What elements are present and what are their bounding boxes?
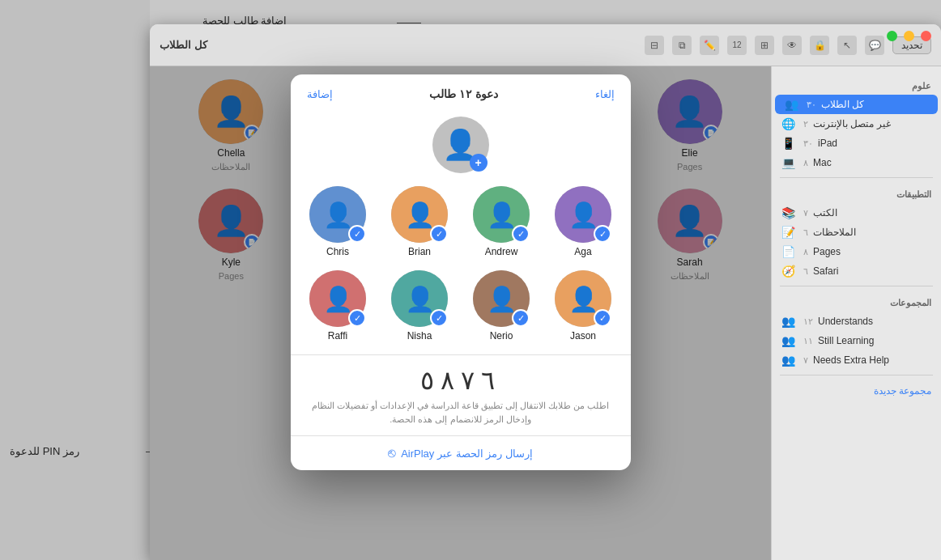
modal-student-name: Nisha <box>407 330 432 342</box>
sidebar-item-mac[interactable]: Mac ٨ 💻 <box>772 153 941 172</box>
modal-title: دعوة ١٢ طالب <box>429 87 498 100</box>
modal-student[interactable]: 👤 ✓ Chris <box>304 186 373 257</box>
traffic-light-green[interactable] <box>887 31 897 41</box>
modal-check-icon: ✓ <box>348 309 366 327</box>
pin-number: ٥٨٧٦ <box>307 365 615 396</box>
modal-overlay: إلغاء دعوة ١٢ طالب إضافة 👤 + 👤 ✓ <box>150 66 771 560</box>
new-group-button[interactable]: مجموعة جديدة <box>772 380 941 401</box>
eye-icon[interactable]: 👁 <box>782 36 802 55</box>
modal-student-avatar: 👤 ✓ <box>555 186 611 243</box>
airplay-label: إرسال رمز الحصة عبر AirPlay <box>401 448 533 460</box>
airplay-button[interactable]: ⎋ إرسال رمز الحصة عبر AirPlay <box>291 435 631 470</box>
sidebar-item-notes-count: ٦ <box>803 227 808 238</box>
sidebar-item-mac-count: ٨ <box>803 158 808 168</box>
sidebar-item-offline-count: ٢ <box>803 119 808 129</box>
modal-student[interactable]: 👤 ✓ Brian <box>385 186 454 257</box>
sidebar-divider-2 <box>780 286 933 286</box>
cursor-icon[interactable]: ↖ <box>837 36 857 55</box>
modal-student-name: Jason <box>570 330 596 342</box>
modal-student[interactable]: 👤 ✓ Jason <box>549 270 618 342</box>
notes-icon: 📝 <box>781 226 795 239</box>
mac-icon: 💻 <box>781 156 795 169</box>
annotation-pin-text: رمز PIN للدعوة <box>10 445 79 457</box>
toolbar-title: كل الطلاب <box>160 39 207 51</box>
modal-check-icon: ✓ <box>430 225 448 243</box>
modal-student-avatar: 👤 ✓ <box>309 186 366 243</box>
modal-student-avatar: 👤 ✓ <box>473 270 530 327</box>
sidebar-item-still-learning[interactable]: Still Learning ١١ 👥 <box>772 331 941 350</box>
modal-check-icon: ✓ <box>594 225 611 243</box>
all-students-icon: 👥 <box>785 98 798 111</box>
sidebar-item-ipad-label: iPad <box>818 138 837 149</box>
modal-student-avatar: 👤 ✓ <box>555 270 611 327</box>
modal-student[interactable]: 👤 ✓ Andrew <box>467 186 536 257</box>
compose-icon[interactable]: ✏️ <box>700 36 719 55</box>
sidebar-item-safari-count: ٦ <box>803 266 808 277</box>
modal-student[interactable]: 👤 ✓ Raffi <box>304 270 373 342</box>
modal-check-icon: ✓ <box>594 309 611 327</box>
modal-student-name: Andrew <box>485 246 518 257</box>
sidebar-item-notes-label: الملاحظات <box>813 227 856 238</box>
modal-check-icon: ✓ <box>512 225 530 243</box>
main-window: تحديد 💬 ↖ 🔒 👁 ⊞ 12 ✏️ ⧉ ⊟ كل الطلاب 👤 📝 … <box>150 24 941 560</box>
modal-cancel-button[interactable]: إلغاء <box>595 88 615 100</box>
modal-student[interactable]: 👤 ✓ Aga <box>549 186 618 257</box>
sidebar-item-notes[interactable]: الملاحظات ٦ 📝 <box>772 223 941 242</box>
sidebar-item-needs-help-label: Needs Extra Help <box>813 354 889 366</box>
sidebar-item-still-learning-count: ١١ <box>803 336 813 346</box>
modal-student-avatar: 👤 ✓ <box>391 270 448 327</box>
sidebar-item-mac-label: Mac <box>813 157 832 168</box>
sidebar-item-needs-help-count: ٧ <box>803 355 808 366</box>
invite-modal: إلغاء دعوة ١٢ طالب إضافة 👤 + 👤 ✓ <box>291 74 631 470</box>
modal-student-avatar: 👤 ✓ <box>309 270 366 327</box>
sidebar-item-offline[interactable]: غير متصل بالإنترنت ٢ 🌐 <box>772 114 941 134</box>
modal-students-grid: 👤 ✓ Chris 👤 ✓ Brian 👤 ✓ Andrew 👤 ✓ Aga <box>291 186 631 354</box>
pin-description: اطلب من طلابك الانتقال إلى تطبيق قاعة ال… <box>307 399 615 426</box>
modal-check-icon: ✓ <box>512 309 530 327</box>
right-sidebar: علوم كل الطلاب ٣٠ 👥 غير متصل بالإنترنت ٢… <box>771 66 941 560</box>
badge12-icon[interactable]: 12 <box>727 36 747 55</box>
sidebar-item-safari[interactable]: Safari ٦ 🧭 <box>772 261 941 281</box>
annotation-line-add <box>397 23 421 23</box>
sidebar-item-needs-help[interactable]: Needs Extra Help ٧ 👥 <box>772 350 941 370</box>
airplay-icon: ⎋ <box>388 446 396 460</box>
traffic-light-yellow[interactable] <box>904 31 914 41</box>
safari-icon: 🧭 <box>781 265 795 278</box>
annotation-pin: رمز PIN للدعوة <box>10 445 79 457</box>
sidebar-item-understands-count: ١٢ <box>803 316 813 327</box>
message-icon[interactable]: 💬 <box>865 36 884 55</box>
modal-avatar-icon: 👤 + <box>432 117 489 173</box>
sidebar-item-pages[interactable]: Pages ٨ 📄 <box>772 242 941 261</box>
modal-student[interactable]: 👤 ✓ Nerio <box>467 270 536 342</box>
pages-icon: 📄 <box>781 245 795 258</box>
modal-student-name: Aga <box>574 246 591 257</box>
modal-check-icon: ✓ <box>348 225 366 243</box>
sidebar-item-books[interactable]: الكتب ٧ 📚 <box>772 203 941 223</box>
modal-student[interactable]: 👤 ✓ Nisha <box>385 270 454 342</box>
modal-student-avatar: 👤 ✓ <box>473 186 530 243</box>
sidebar-item-understands[interactable]: Understands ١٢ 👥 <box>772 312 941 331</box>
grid2-icon[interactable]: ⊞ <box>755 36 774 55</box>
modal-pin-area: ٥٨٧٦ اطلب من طلابك الانتقال إلى تطبيق قا… <box>291 354 631 435</box>
needs-help-icon: 👥 <box>781 354 795 367</box>
lock-icon[interactable]: 🔒 <box>810 36 829 55</box>
traffic-lights <box>887 31 931 41</box>
modal-student-avatar: 👤 ✓ <box>391 186 448 243</box>
ipad-icon: 📱 <box>781 137 795 150</box>
sidebar-item-all-students[interactable]: كل الطلاب ٣٠ 👥 <box>775 95 938 114</box>
sidebar-item-ipad[interactable]: iPad ٣٠ 📱 <box>772 134 941 153</box>
sidebar-item-all-students-count: ٣٠ <box>807 100 816 110</box>
understands-icon: 👥 <box>781 315 795 328</box>
modal-student-name: Nerio <box>490 330 513 342</box>
sidebar-divider-1 <box>780 177 933 178</box>
sidebar-divider-3 <box>780 375 933 375</box>
traffic-light-red[interactable] <box>921 31 931 41</box>
grid-icon[interactable]: ⊟ <box>645 36 664 55</box>
modal-avatar-plus-icon: + <box>470 154 488 172</box>
modal-header: إلغاء دعوة ١٢ طالب إضافة <box>291 74 631 108</box>
layers-icon[interactable]: ⧉ <box>672 36 692 55</box>
sidebar-item-offline-label: غير متصل بالإنترنت <box>813 118 891 129</box>
offline-icon: 🌐 <box>781 117 795 130</box>
modal-add-button[interactable]: إضافة <box>307 88 333 100</box>
sidebar-section-apps: التطبيقات <box>772 183 941 203</box>
